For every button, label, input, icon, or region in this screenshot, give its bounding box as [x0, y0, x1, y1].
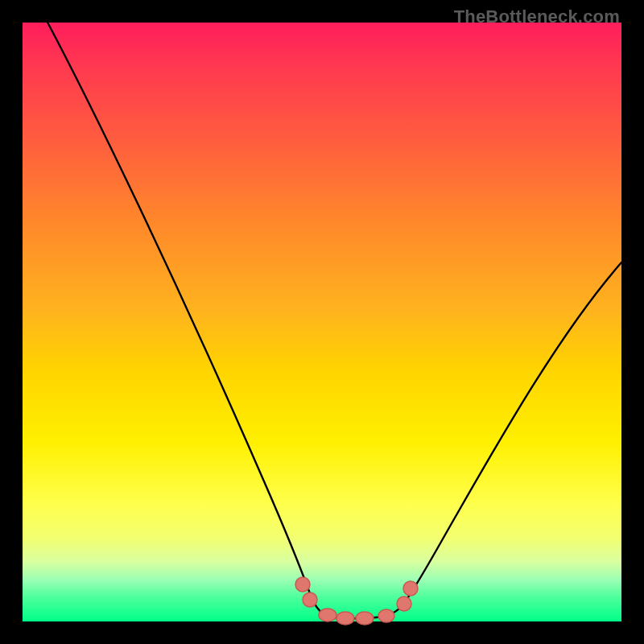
curve-marker	[403, 581, 418, 596]
curve-marker	[303, 592, 317, 607]
chart-frame: TheBottleneck.com	[0, 0, 644, 644]
curve-marker	[319, 609, 336, 621]
curve-marker	[295, 577, 310, 592]
curve-marker	[397, 597, 411, 611]
curve-marker	[336, 612, 354, 625]
bottleneck-curve	[45, 18, 621, 618]
chart-overlay	[23, 23, 621, 621]
curve-marker	[378, 609, 394, 622]
watermark-text: TheBottleneck.com	[454, 6, 620, 27]
curve-marker	[356, 612, 374, 625]
